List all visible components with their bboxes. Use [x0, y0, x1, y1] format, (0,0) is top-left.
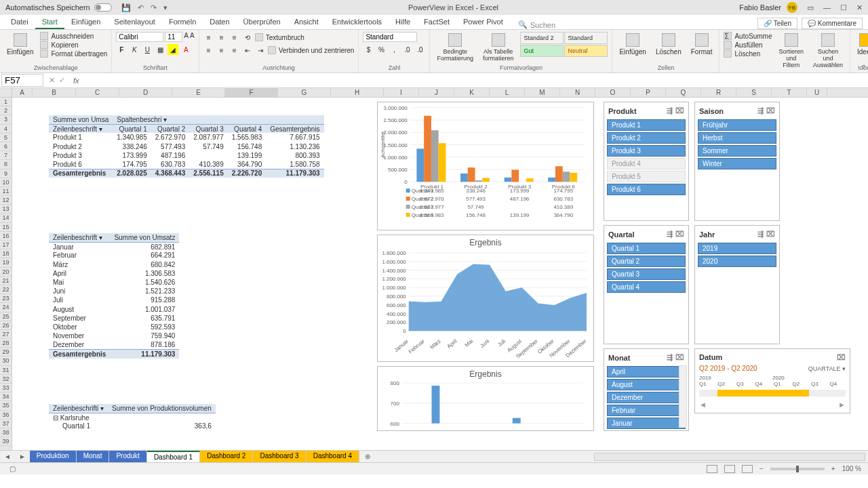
cell-style-good[interactable]: Gut — [520, 45, 564, 57]
slicer-item[interactable]: Produkt 2 — [607, 132, 686, 144]
multiselect-icon[interactable]: ⇶ — [667, 353, 673, 362]
tab-daten[interactable]: Daten — [203, 15, 236, 29]
collapse-ribbon-icon[interactable]: ⌃ — [861, 64, 867, 71]
font-name-input[interactable] — [116, 32, 163, 42]
tab-datei[interactable]: Datei — [4, 15, 35, 29]
sheet-nav-prev-icon[interactable]: ◄ — [0, 453, 15, 460]
align-center-icon[interactable]: ≡ — [216, 45, 227, 56]
decrease-decimal-icon[interactable]: .0 — [414, 44, 425, 55]
timeline-scroll-right-icon[interactable]: ► — [838, 401, 846, 409]
slicer-item[interactable]: Produkt 6 — [607, 184, 686, 195]
currency-icon[interactable]: $ — [363, 44, 374, 55]
search-label[interactable]: Suchen — [530, 21, 555, 29]
sheet-tab[interactable]: Monat — [77, 451, 110, 462]
zoom-slider[interactable] — [770, 468, 825, 470]
fx-icon[interactable]: fx — [69, 77, 83, 85]
multiselect-icon[interactable]: ⇶ — [667, 106, 673, 115]
multiselect-icon[interactable]: ⇶ — [757, 230, 764, 239]
fill-color-button[interactable]: ◢ — [167, 44, 178, 55]
cell-style-std2[interactable]: Standard 2 — [520, 32, 564, 44]
increase-font-icon[interactable]: A — [184, 32, 189, 42]
timeline-bar[interactable] — [699, 390, 846, 396]
clear-button[interactable]: Löschen — [724, 49, 772, 58]
font-color-button[interactable]: A — [180, 44, 191, 55]
tab-überprüfen[interactable]: Überprüfen — [237, 15, 288, 29]
delete-cells-button[interactable]: Löschen — [653, 32, 684, 57]
slicer-item[interactable]: Produkt 5 — [607, 171, 686, 182]
worksheet-cells[interactable]: Summe von UmsaSpaltenbeschri ▾ Zeilenbes… — [12, 88, 868, 450]
pivot-table-products[interactable]: Summe von UmsaSpaltenbeschri ▾ Zeilenbes… — [49, 115, 324, 178]
tab-einfügen[interactable]: Einfügen — [64, 15, 107, 29]
italic-button[interactable]: K — [129, 44, 140, 55]
slicer-item[interactable]: 2019 — [698, 243, 776, 254]
paste-button[interactable]: Einfügen — [4, 32, 36, 57]
save-icon[interactable]: 💾 — [121, 3, 131, 12]
percent-icon[interactable]: % — [376, 44, 387, 55]
cut-button[interactable]: Ausschneiden — [40, 32, 107, 40]
formula-input[interactable] — [83, 74, 868, 87]
slicer-jahr[interactable]: Jahr⇶⌧ 20192020 — [694, 225, 780, 344]
format-cells-button[interactable]: Format — [688, 32, 715, 57]
sheet-nav-next-icon[interactable]: ► — [15, 453, 30, 460]
clear-filter-icon[interactable]: ⌧ — [675, 106, 684, 115]
sheet-tab[interactable]: Dashboard 3 — [253, 451, 306, 462]
slicer-item[interactable]: Frühjahr — [698, 119, 776, 131]
font-size-input[interactable] — [165, 32, 182, 42]
tab-seitenlayout[interactable]: Seitenlayout — [107, 15, 162, 29]
timeline-scroll-left-icon[interactable]: ◄ — [699, 401, 707, 409]
slicer-produkt[interactable]: Produkt⇶⌧ Produkt 1Produkt 2Produkt 3Pro… — [604, 102, 689, 221]
record-macro-icon[interactable]: ▢ — [9, 465, 16, 472]
slicer-quartal[interactable]: Quartal⇶⌧ Quartal 1Quartal 2Quartal 3Qua… — [604, 225, 689, 344]
sheet-tab[interactable]: Dashboard 1 — [147, 451, 200, 462]
multiselect-icon[interactable]: ⇶ — [757, 106, 764, 115]
insert-cells-button[interactable]: Einfügen — [616, 32, 648, 57]
autosave-toggle[interactable]: Automatisches Speichern — [5, 3, 112, 12]
tab-entwicklertools[interactable]: Entwicklertools — [326, 15, 389, 29]
sheet-tab[interactable]: Produkt — [109, 451, 146, 462]
align-bottom-icon[interactable]: ≡ — [229, 32, 240, 43]
tab-formeln[interactable]: Formeln — [162, 15, 203, 29]
clear-filter-icon[interactable]: ⌧ — [675, 230, 684, 239]
slicer-monat[interactable]: Monat⇶⌧ AprilAugustDezemberFebruarJanuar — [604, 348, 689, 431]
orientation-icon[interactable]: ⟲ — [242, 32, 253, 43]
multiselect-icon[interactable]: ⇶ — [667, 230, 673, 239]
slicer-item[interactable]: Produkt 3 — [607, 145, 686, 157]
tab-ansicht[interactable]: Ansicht — [288, 15, 326, 29]
format-painter-button[interactable]: Format übertragen — [40, 49, 107, 58]
row-headers[interactable]: 1234567891011121314151617181920212223242… — [0, 88, 12, 450]
merge-button[interactable]: Verbinden und zentrieren — [268, 45, 355, 56]
sheet-tab[interactable]: Produktion — [30, 451, 77, 462]
name-box[interactable] — [1, 74, 43, 87]
cell-style-neutral[interactable]: Neutral — [564, 45, 608, 57]
search-icon[interactable]: 🔍 — [518, 20, 528, 29]
tab-hilfe[interactable]: Hilfe — [389, 15, 417, 29]
chart-bar-ergebnis2[interactable]: Ergebnis 600700800 — [377, 366, 594, 431]
clear-timeline-icon[interactable]: ⌧ — [837, 353, 846, 362]
conditional-format-button[interactable]: Bedingte Formatierung — [434, 32, 476, 63]
select-all-corner[interactable] — [0, 88, 12, 98]
redo-icon[interactable]: ↷ — [151, 3, 157, 12]
format-as-table-button[interactable]: Als Tabelle formatieren — [480, 32, 517, 63]
horizontal-scrollbar[interactable] — [594, 453, 865, 461]
slicer-item[interactable]: Herbst — [698, 132, 776, 144]
align-top-icon[interactable]: ≡ — [203, 32, 214, 43]
autosum-button[interactable]: ΣAutoSumme — [724, 32, 772, 40]
avatar[interactable]: FB — [787, 2, 797, 13]
clear-filter-icon[interactable]: ⌧ — [766, 230, 775, 239]
zoom-level[interactable]: 100 % — [842, 465, 861, 472]
slicer-item[interactable]: Quartal 1 — [607, 243, 686, 254]
enter-fx-icon[interactable]: ✓ — [59, 76, 65, 85]
slicer-item[interactable]: Winter — [698, 158, 776, 169]
cell-style-std[interactable]: Standard — [564, 32, 608, 44]
close-icon[interactable]: ✕ — [856, 3, 863, 12]
zoom-out-icon[interactable]: − — [760, 465, 764, 472]
sheet-tab[interactable]: Dashboard 2 — [200, 451, 253, 462]
copy-button[interactable]: Kopieren — [40, 41, 107, 49]
tab-start[interactable]: Start — [35, 15, 64, 29]
slicer-item[interactable]: Sommer — [698, 145, 776, 157]
slicer-item[interactable]: Produkt 4 — [607, 158, 686, 169]
comments-button[interactable]: 💬 Kommentare — [802, 18, 863, 29]
page-break-view-icon[interactable] — [742, 465, 753, 473]
slicer-item[interactable]: Quartal 3 — [607, 268, 686, 280]
pivot-table-months[interactable]: Zeilenbeschrift ▾Summe von Umsatz Januar… — [49, 233, 179, 359]
